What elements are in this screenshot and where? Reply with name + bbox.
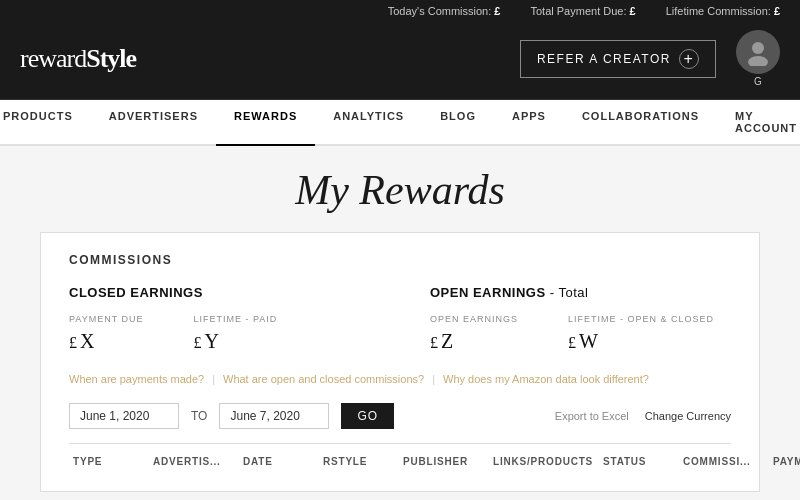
open-earnings-heading: OPEN EARNINGS - Total xyxy=(430,285,731,300)
nav-item-apps[interactable]: APPS xyxy=(494,100,564,146)
avatar-label: G xyxy=(754,76,762,87)
th-rstyle: RSTYLE xyxy=(319,452,399,471)
lifetime-paid-value: £Y xyxy=(194,330,278,353)
main: My Rewards COMMISSIONS CLOSED EARNINGS P… xyxy=(0,146,800,500)
avatar[interactable] xyxy=(736,30,780,74)
filter-row: TO GO Export to Excel Change Currency xyxy=(69,403,731,429)
payment-due-amount: X xyxy=(80,330,94,352)
closed-metrics-row: PAYMENT DUE £X LIFETIME - PAID £Y xyxy=(69,314,370,353)
lifetime-commission-currency: £ xyxy=(774,5,780,17)
th-advertis---: ADVERTIS... xyxy=(149,452,239,471)
lifetime-commission-label: Lifetime Commission: xyxy=(666,5,771,17)
export-link[interactable]: Export to Excel xyxy=(555,410,629,422)
top-bar: Today's Commission: £ Total Payment Due:… xyxy=(0,0,800,22)
open-earnings-currency: £ xyxy=(430,334,438,351)
lifetime-commission: Lifetime Commission: £ xyxy=(666,5,780,17)
today-commission-currency: £ xyxy=(494,5,500,17)
payment-due-value: £X xyxy=(69,330,144,353)
nav: PRODUCTSADVERTISERSREWARDSANALYTICSBLOGA… xyxy=(0,100,800,146)
section-title: COMMISSIONS xyxy=(69,253,731,267)
open-earnings-value: £Z xyxy=(430,330,518,353)
closed-earnings-heading: CLOSED EARNINGS xyxy=(69,285,370,300)
payment-due-currency: £ xyxy=(69,334,77,351)
th-links-products: LINKS/PRODUCTS xyxy=(489,452,599,471)
lifetime-paid-metric: LIFETIME - PAID £Y xyxy=(194,314,278,353)
commissions-card: COMMISSIONS CLOSED EARNINGS PAYMENT DUE … xyxy=(40,232,760,492)
info-link-1[interactable]: What are open and closed commissions? xyxy=(223,373,424,385)
plus-icon: + xyxy=(679,49,699,69)
link-separator-0: | xyxy=(212,373,215,385)
nav-item-blog[interactable]: BLOG xyxy=(422,100,494,146)
from-date-input[interactable] xyxy=(69,403,179,429)
avatar-container: G xyxy=(736,30,780,87)
logo: rewardStyle xyxy=(20,44,136,74)
open-earnings-metric: OPEN EARNINGS £Z xyxy=(430,314,518,353)
lifetime-paid-label: LIFETIME - PAID xyxy=(194,314,278,324)
info-link-2[interactable]: Why does my Amazon data look different? xyxy=(443,373,649,385)
nav-item-my-account[interactable]: MY ACCOUNT xyxy=(717,100,800,146)
lifetime-oc-value: £W xyxy=(568,330,714,353)
refer-creator-button[interactable]: REFER A CREATOR + xyxy=(520,40,716,78)
th-date: DATE xyxy=(239,452,319,471)
total-payment-currency: £ xyxy=(630,5,636,17)
filter-right: Export to Excel Change Currency xyxy=(555,410,731,422)
to-date-input[interactable] xyxy=(219,403,329,429)
th-publisher: PUBLISHER xyxy=(399,452,489,471)
link-separator-1: | xyxy=(432,373,435,385)
closed-earnings-section: CLOSED EARNINGS PAYMENT DUE £X LIFETIME … xyxy=(69,285,370,353)
nav-item-analytics[interactable]: ANALYTICS xyxy=(315,100,422,146)
page-title: My Rewards xyxy=(40,166,760,214)
nav-item-collaborations[interactable]: COLLABORATIONS xyxy=(564,100,717,146)
open-earnings-label: OPEN EARNINGS xyxy=(430,285,546,300)
open-earnings-amount: Z xyxy=(441,330,453,352)
lifetime-oc-amount: W xyxy=(579,330,598,352)
th-commissi---: COMMISSI... xyxy=(679,452,769,471)
th-payment: PAYMENT xyxy=(769,452,800,471)
lifetime-oc-label: LIFETIME - OPEN & CLOSED xyxy=(568,314,714,324)
user-icon xyxy=(744,38,772,66)
header: rewardStyle REFER A CREATOR + G xyxy=(0,22,800,100)
lifetime-paid-amount: Y xyxy=(205,330,219,352)
nav-item-products[interactable]: PRODUCTS xyxy=(0,100,91,146)
total-payment-due: Total Payment Due: £ xyxy=(530,5,635,17)
nav-item-rewards[interactable]: REWARDS xyxy=(216,100,315,146)
svg-point-0 xyxy=(752,42,764,54)
earnings-row: CLOSED EARNINGS PAYMENT DUE £X LIFETIME … xyxy=(69,285,731,353)
lifetime-oc-currency: £ xyxy=(568,334,576,351)
open-earnings-suffix: - Total xyxy=(550,285,589,300)
to-label: TO xyxy=(191,409,207,423)
open-earnings-label-text: OPEN EARNINGS xyxy=(430,314,518,324)
today-commission-label: Today's Commission: xyxy=(388,5,492,17)
svg-point-1 xyxy=(748,56,768,66)
lifetime-open-closed-metric: LIFETIME - OPEN & CLOSED £W xyxy=(568,314,714,353)
info-link-0[interactable]: When are payments made? xyxy=(69,373,204,385)
nav-item-advertisers[interactable]: ADVERTISERS xyxy=(91,100,216,146)
th-status: STATUS xyxy=(599,452,679,471)
th-type: TYPE xyxy=(69,452,149,471)
open-earnings-section: OPEN EARNINGS - Total OPEN EARNINGS £Z L… xyxy=(430,285,731,353)
refer-creator-label: REFER A CREATOR xyxy=(537,52,671,66)
payment-due-metric: PAYMENT DUE £X xyxy=(69,314,144,353)
info-links-row: When are payments made?|What are open an… xyxy=(69,373,731,385)
go-button[interactable]: GO xyxy=(341,403,394,429)
open-metrics-row: OPEN EARNINGS £Z LIFETIME - OPEN & CLOSE… xyxy=(430,314,731,353)
header-right: REFER A CREATOR + G xyxy=(520,30,780,87)
payment-due-label: PAYMENT DUE xyxy=(69,314,144,324)
lifetime-paid-currency: £ xyxy=(194,334,202,351)
today-commission: Today's Commission: £ xyxy=(388,5,501,17)
total-payment-label: Total Payment Due: xyxy=(530,5,626,17)
change-currency-link[interactable]: Change Currency xyxy=(645,410,731,422)
table-header: TYPEADVERTIS...DATERSTYLEPUBLISHERLINKS/… xyxy=(69,443,731,471)
